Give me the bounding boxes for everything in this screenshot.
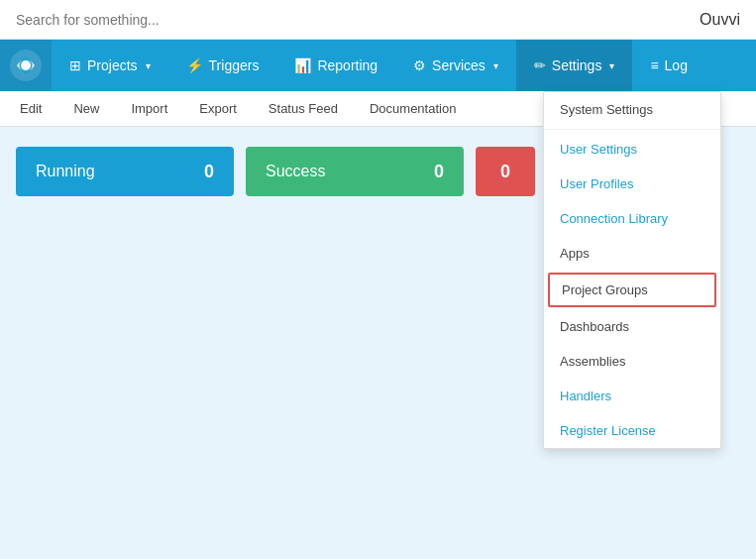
dropdown-item-apps[interactable]: Apps xyxy=(544,236,720,271)
nav-logo[interactable] xyxy=(0,40,52,91)
reporting-icon: 📊 xyxy=(294,57,311,73)
dropdown-item-project-groups[interactable]: Project Groups xyxy=(548,273,716,307)
card-success: Success 0 xyxy=(246,147,464,196)
nav-item-reporting[interactable]: 📊 Reporting xyxy=(276,40,395,91)
dropdown-item-user-settings[interactable]: User Settings xyxy=(544,132,720,167)
nav-item-triggers[interactable]: ⚡ Triggers xyxy=(168,40,277,91)
dropdown-item-dashboards[interactable]: Dashboards xyxy=(544,309,720,344)
logo-icon xyxy=(9,49,43,82)
nav-item-log[interactable]: ≡ Log xyxy=(632,40,705,91)
dropdown-item-register-license[interactable]: Register License xyxy=(544,413,720,448)
toolbar-new[interactable]: New xyxy=(69,101,103,116)
card-error: 0 xyxy=(476,147,535,196)
settings-caret: ▾ xyxy=(609,60,614,71)
dropdown-item-user-profiles[interactable]: User Profiles xyxy=(544,167,720,201)
toolbar-status-feed[interactable]: Status Feed xyxy=(265,101,342,116)
toolbar-import[interactable]: Import xyxy=(127,101,171,116)
toolbar-edit[interactable]: Edit xyxy=(16,101,46,116)
svg-point-1 xyxy=(21,60,31,70)
settings-dropdown: System Settings User Settings User Profi… xyxy=(543,91,721,449)
settings-icon: ✏ xyxy=(534,57,546,73)
dropdown-item-system-settings[interactable]: System Settings xyxy=(544,92,720,127)
nav-item-services[interactable]: ⚙ Services ▾ xyxy=(395,40,516,91)
services-caret: ▾ xyxy=(493,60,498,71)
search-input[interactable] xyxy=(16,12,313,28)
triggers-icon: ⚡ xyxy=(186,57,203,73)
card-running-count: 0 xyxy=(204,162,214,182)
top-bar: Ouvvi xyxy=(0,0,756,40)
card-running: Running 0 xyxy=(16,147,234,196)
services-icon: ⚙ xyxy=(413,57,426,73)
card-running-label: Running xyxy=(36,163,95,180)
app-name: Ouvvi xyxy=(700,11,740,29)
log-icon: ≡ xyxy=(650,57,658,73)
toolbar-documentation[interactable]: Documentation xyxy=(366,101,460,116)
dropdown-item-handlers[interactable]: Handlers xyxy=(544,379,720,413)
projects-icon: ⊞ xyxy=(69,57,81,73)
toolbar-export[interactable]: Export xyxy=(195,101,241,116)
nav-item-projects[interactable]: ⊞ Projects ▾ xyxy=(52,40,168,91)
nav-item-settings[interactable]: ✏ Settings ▾ xyxy=(516,40,633,91)
card-success-label: Success xyxy=(266,163,325,180)
card-error-count: 0 xyxy=(500,162,510,182)
dropdown-divider xyxy=(544,129,720,130)
dropdown-item-connection-library[interactable]: Connection Library xyxy=(544,201,720,236)
dropdown-item-assemblies[interactable]: Assemblies xyxy=(544,344,720,379)
projects-caret: ▾ xyxy=(146,60,151,71)
card-success-count: 0 xyxy=(434,162,444,182)
nav-bar: ⊞ Projects ▾ ⚡ Triggers 📊 Reporting ⚙ Se… xyxy=(0,40,756,91)
